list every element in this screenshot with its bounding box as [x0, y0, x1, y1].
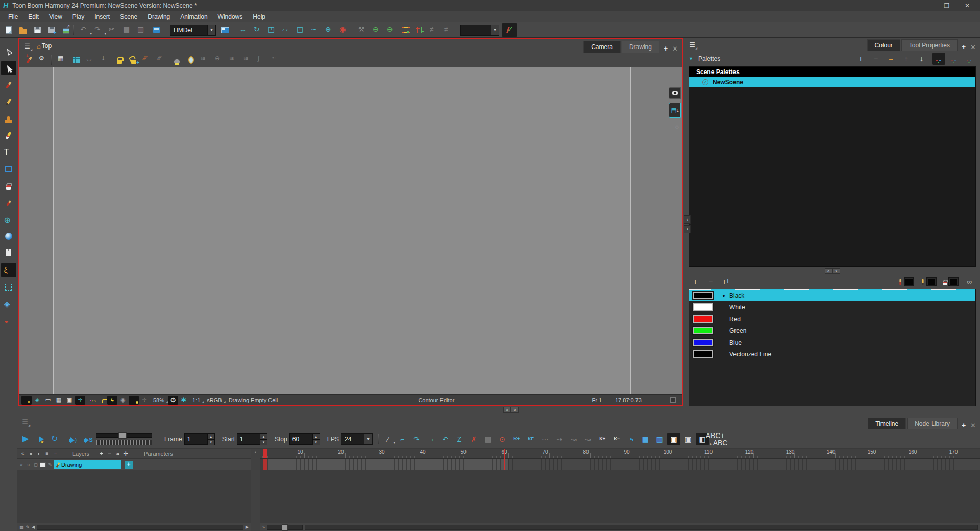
panel-tab[interactable]: Timeline [868, 418, 906, 429]
data-view-icon[interactable]: ▦ [639, 433, 652, 445]
new-scene-button[interactable] [2, 24, 15, 36]
layers-hscrollbar[interactable] [37, 525, 243, 530]
dots-arrow-icon[interactable]: ⇢ [553, 433, 566, 445]
slider-annotation-button[interactable]: ≠ [442, 24, 455, 36]
show-palette-list-button[interactable] [932, 53, 945, 65]
brush-colour-icon[interactable] [896, 278, 916, 286]
unlock-add-button[interactable] [127, 54, 140, 66]
layer-panel-button[interactable]: ▤L [669, 103, 681, 118]
frame-ruler[interactable]: 1020304050607080901001101201301401501601… [260, 449, 980, 459]
close-view-button[interactable]: ✕ [670, 45, 680, 53]
stop-frame-marker[interactable] [504, 449, 505, 470]
contour-editor-tool[interactable] [1, 61, 16, 75]
pencil-colour-icon[interactable] [918, 278, 939, 286]
view-tab[interactable]: Drawing [622, 41, 659, 53]
colour-row[interactable]: ● Vectorized Line [689, 348, 975, 360]
clear-ease-icon[interactable]: ✗ [467, 433, 480, 445]
collapse-down-button[interactable]: ∨ [511, 407, 519, 413]
eraser-tool[interactable] [1, 128, 16, 142]
ease-in-hook-icon[interactable]: ⌐ [396, 433, 409, 445]
zoom-layers-toggle[interactable]: ◈ [32, 396, 42, 405]
timeline-vertical-splitter[interactable]: ▪ [251, 449, 260, 531]
spin-up-icon[interactable]: ▲ [260, 434, 267, 439]
lock-button[interactable] [113, 54, 126, 66]
onion-skin-before-button[interactable]: ⊖ [371, 24, 384, 36]
camera-stage-area[interactable]: ▤L ◇ [19, 67, 682, 394]
panel-tab[interactable]: Tool Properties [901, 39, 958, 51]
skew-tool-button[interactable]: ▱ [280, 24, 293, 36]
paint-tool[interactable] [1, 179, 16, 193]
list-view-icon[interactable]: ≡ [44, 451, 51, 456]
mirror-view-button[interactable] [184, 54, 198, 66]
repaint-brush-tool[interactable] [1, 196, 16, 210]
snap-grid-button[interactable] [70, 54, 83, 66]
show-data-view-icon[interactable]: ▦ [19, 525, 24, 530]
colour-row[interactable]: ● Red [689, 313, 975, 325]
minimize-button[interactable]: – [922, 2, 931, 9]
volume-slider[interactable] [96, 432, 156, 446]
stamp-tool[interactable] [1, 111, 16, 126]
link-colour-button[interactable]: ∞ [963, 276, 976, 288]
menu-item[interactable]: Drawing [142, 12, 175, 21]
solo-mode-icon[interactable]: ◐ [36, 451, 42, 456]
add-view-button[interactable]: + [958, 421, 968, 429]
collapse-right-button[interactable]: › [684, 225, 691, 233]
play-selection-button[interactable] [35, 433, 48, 445]
tool-preset-dropdown[interactable]: HMDef ▾ [170, 25, 216, 36]
curve-arrow-icon[interactable]: ↝ [567, 433, 580, 445]
stop-value[interactable]: 60 [290, 434, 312, 444]
curve-arrow-2-icon[interactable]: ↝ [581, 433, 595, 445]
tool-presets-button[interactable]: ⚒ [356, 24, 370, 36]
save-button[interactable] [31, 24, 44, 36]
layer-edit-icon[interactable]: ✎ [47, 462, 53, 467]
colour-row[interactable]: ● Black [689, 289, 975, 301]
pixel-ratio-value[interactable]: 1:1 [189, 397, 203, 403]
sound-scrubbing-button[interactable] [78, 433, 91, 445]
scroll-up-button[interactable]: ∧ [825, 268, 832, 274]
cut-button[interactable]: ✂ [107, 24, 120, 36]
menu-item[interactable]: File [3, 12, 23, 21]
diamond-handle-icon[interactable]: ◇ [675, 124, 679, 129]
render-settings-button[interactable]: ⚙ [168, 396, 178, 405]
volume-handle[interactable] [118, 432, 127, 439]
stop-spinbox[interactable]: 60 ▲▼ [289, 433, 320, 445]
collapse-up-button[interactable]: ∧ [503, 407, 511, 413]
lasso-mode-toggle[interactable] [86, 396, 96, 405]
paste-button[interactable]: ▥ [135, 24, 149, 36]
remove-palette-button[interactable]: − [871, 53, 884, 65]
outline-mode-toggle[interactable]: ✛ [75, 396, 85, 405]
camera-mask-toggle[interactable]: ▭ [43, 396, 53, 405]
debug-overlay-toggle[interactable]: ✢ [139, 396, 150, 405]
delete-layer-button[interactable]: − [106, 450, 113, 457]
onion-after-button[interactable]: ∕∕∕ [156, 54, 169, 66]
add-drawing-line-tool[interactable]: ∕ [381, 433, 395, 445]
dots-icon[interactable]: ⋯ [538, 433, 552, 445]
collapse-all-icon[interactable]: « [19, 451, 26, 456]
workspace-layout-button[interactable] [218, 24, 232, 36]
view-tab[interactable]: Camera [583, 41, 621, 53]
add-layer-button[interactable]: + [98, 450, 105, 457]
panel-tab[interactable]: Node Library [907, 418, 958, 429]
menu-item[interactable]: Windows [213, 12, 248, 21]
drawing-pivot-tool[interactable]: ⊕ [1, 212, 16, 227]
light-table-button[interactable] [170, 54, 183, 66]
collapse-left-button[interactable]: ‹ [684, 215, 691, 224]
add-peg-button[interactable]: ✛ [122, 450, 129, 457]
column-view-icon[interactable]: ▥ [653, 433, 666, 445]
layer-stack-add-button[interactable]: ≋ [241, 54, 255, 66]
animate-mode-button[interactable]: ◉ [337, 24, 351, 36]
layer-stack-minus-button[interactable]: ⊖ [213, 54, 226, 66]
ease-out-curve-icon[interactable]: ↶ [438, 433, 452, 445]
copy-button[interactable]: ▤ [121, 24, 134, 36]
flip-check-button[interactable] [502, 23, 517, 37]
layer-stack-button[interactable]: ≋ [227, 54, 240, 66]
close-button[interactable]: ✕ [963, 2, 972, 9]
motion-point-icon[interactable]: ⊙ [496, 433, 509, 445]
frame-spinbox[interactable]: 1 ▲▼ [184, 433, 215, 445]
grid-overlay-toggle[interactable]: ▦ [54, 396, 64, 405]
colour-row[interactable]: ● Green [689, 325, 975, 336]
expand-layer-icon[interactable]: » [18, 462, 24, 467]
layer-lock-icon[interactable]: ◻ [33, 462, 39, 467]
layer-stack-plus-button[interactable]: ≋ [199, 54, 212, 66]
spin-up-icon[interactable]: ▲ [313, 434, 320, 439]
